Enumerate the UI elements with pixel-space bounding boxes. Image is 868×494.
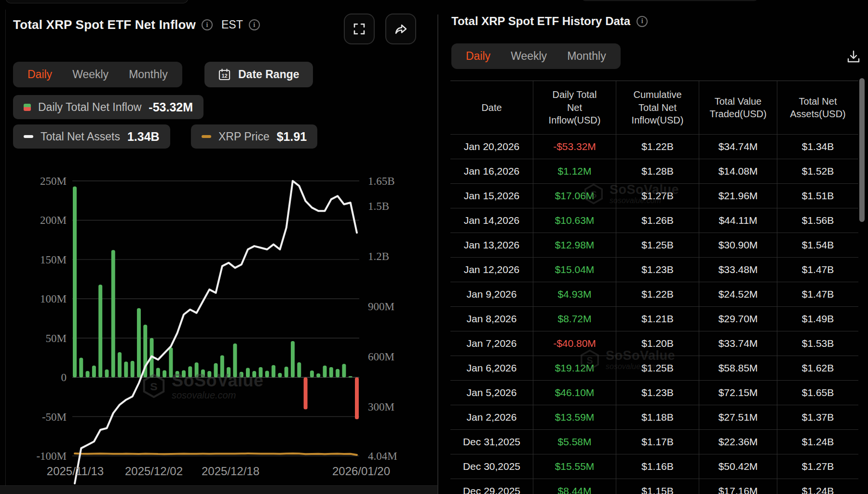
table-scrollbar-thumb[interactable]: [859, 78, 865, 222]
value-traded-cell: $17.16M: [699, 479, 777, 494]
daily-inflow-cell: $19.12M: [533, 356, 616, 380]
net-assets-cell: $1.51B: [777, 184, 858, 208]
cumulative-inflow-cell: $1.18B: [616, 405, 699, 429]
y-axis-left-tick: -100M: [36, 450, 67, 462]
value-traded-cell: $50.42M: [699, 454, 777, 479]
date-cell: Jan 16,2026: [450, 159, 533, 183]
value-traded-cell: $27.51M: [699, 405, 777, 429]
date-cell: Jan 13,2026: [450, 233, 533, 257]
inflow-bar: [137, 308, 141, 377]
date-cell: Jan 5,2026: [450, 381, 533, 405]
date-cell: Jan 12,2026: [450, 258, 533, 282]
fullscreen-button[interactable]: [344, 14, 375, 44]
inflow-bar: [323, 366, 327, 377]
y-axis-right-tick: 4.04M: [368, 450, 397, 462]
info-icon[interactable]: i: [202, 19, 213, 30]
table-header-row: DateDaily Total Net Inflow(USD)Cumulativ…: [450, 81, 858, 134]
cumulative-inflow-cell: $1.21B: [616, 307, 699, 331]
table-row: Jan 20,2026-$53.32M$1.22B$34.74M$1.34B: [450, 134, 858, 159]
daily-inflow-cell: $4.93M: [533, 282, 616, 306]
value-traded-cell: $33.48M: [699, 258, 777, 282]
tab-monthly[interactable]: Monthly: [567, 50, 606, 63]
info-icon[interactable]: i: [249, 19, 260, 30]
x-axis-tick: 2025/12/18: [202, 465, 259, 478]
inflow-bar: [265, 370, 269, 377]
history-panel-header: Total XRP Spot ETF History Data i: [451, 14, 648, 28]
history-data-panel: Total XRP Spot ETF History Data i Daily …: [438, 0, 868, 494]
table-row: Jan 9,2026$4.93M$1.22B$24.52M$1.47B: [450, 282, 858, 306]
legend-daily-net-inflow[interactable]: Daily Total Net Inflow -53.32M: [13, 95, 203, 119]
cumulative-inflow-cell: $1.22B: [616, 135, 699, 159]
info-icon[interactable]: i: [637, 16, 648, 27]
net-assets-cell: $1.53B: [777, 331, 858, 356]
cumulative-inflow-cell: $1.16B: [616, 454, 699, 479]
inflow-bar: [163, 370, 166, 377]
cumulative-inflow-cell: $1.25B: [616, 356, 699, 380]
table-row: Jan 15,2026$17.06M$1.27B$21.96M$1.51B: [450, 183, 858, 208]
legend-label: XRP Price: [218, 130, 270, 143]
y-axis-right-tick: 1.65B: [368, 175, 395, 187]
share-button[interactable]: [385, 14, 416, 44]
inflow-bar: [297, 362, 301, 377]
net-assets-cell: $1.54B: [777, 233, 858, 257]
tab-weekly[interactable]: Weekly: [511, 50, 547, 63]
inflow-chart[interactable]: 250M200M150M100M50M0-50M-100M1.65B1.5B1.…: [0, 159, 424, 494]
net-assets-cell: $1.24B: [777, 479, 858, 494]
column-header: Total Value Traded(USD): [699, 81, 777, 134]
column-header: Daily Total Net Inflow(USD): [533, 81, 616, 134]
calendar-icon: 12: [218, 68, 231, 81]
tab-daily[interactable]: Daily: [27, 68, 52, 81]
legend-total-net-assets[interactable]: Total Net Assets 1.34B: [13, 124, 170, 149]
daily-inflow-cell: $8.44M: [533, 479, 616, 494]
value-traded-cell: $44.11M: [699, 208, 777, 233]
inflow-bar: [214, 363, 218, 377]
inflow-bar: [252, 371, 256, 377]
tab-daily[interactable]: Daily: [466, 50, 490, 63]
app-root: Total XRP Spot ETF Net Inflow i EST i Da…: [0, 0, 868, 494]
value-traded-cell: $72.15M: [699, 381, 777, 405]
table-row: Jan 6,2026$19.12M$1.25B$58.85M$1.62B: [450, 356, 858, 380]
daily-inflow-cell: $5.58M: [533, 430, 616, 454]
cumulative-inflow-cell: $1.15B: [616, 479, 699, 494]
y-axis-left-tick: 250M: [40, 175, 67, 187]
xrp-price-line: [75, 453, 357, 455]
inflow-bar: [105, 370, 108, 377]
clipped-next-section: [0, 485, 438, 494]
net-assets-cell: $1.27B: [777, 454, 858, 479]
value-traded-cell: $14.08M: [699, 159, 777, 183]
daily-inflow-cell: $10.63M: [533, 208, 616, 233]
date-range-button[interactable]: 12 Date Range: [204, 62, 313, 87]
value-traded-cell: $21.96M: [699, 184, 777, 208]
table-row: Dec 31,2025$5.58M$1.17B$22.36M$1.24B: [450, 429, 858, 454]
cumulative-inflow-cell: $1.26B: [616, 208, 699, 233]
inflow-bar: [92, 366, 96, 377]
inflow-bar: [271, 365, 275, 377]
table-row: Jan 2,2026$13.59M$1.18B$27.51M$1.37B: [450, 405, 858, 429]
cumulative-inflow-cell: $1.25B: [616, 233, 699, 257]
value-traded-cell: $34.74M: [699, 135, 777, 159]
date-cell: Jan 9,2026: [450, 282, 533, 306]
x-axis-tick: 2025/12/02: [125, 465, 183, 478]
inflow-bar: [304, 377, 308, 409]
inflow-bar: [278, 373, 282, 377]
legend-value: -53.32M: [149, 100, 193, 114]
cumulative-inflow-cell: $1.27B: [616, 184, 699, 208]
y-axis-right-tick: 600M: [368, 351, 394, 363]
date-cell: Dec 30,2025: [450, 454, 533, 479]
tab-weekly[interactable]: Weekly: [72, 68, 108, 81]
inflow-bar: [227, 367, 231, 377]
daily-inflow-cell: -$40.80M: [533, 331, 616, 356]
legend-xrp-price[interactable]: XRP Price $1.91: [191, 124, 317, 149]
net-assets-line: [75, 181, 357, 483]
daily-inflow-cell: $1.12M: [533, 159, 616, 183]
x-axis-tick: 2025/11/13: [47, 465, 104, 478]
y-axis-left-tick: 50M: [46, 332, 67, 344]
inflow-bar: [118, 352, 122, 377]
table-row: Jan 14,2026$10.63M$1.26B$44.11M$1.56B: [450, 208, 858, 233]
tab-monthly[interactable]: Monthly: [129, 68, 168, 81]
daily-inflow-cell: $15.04M: [533, 258, 616, 282]
download-button[interactable]: [842, 45, 865, 69]
y-axis-left-tick: 100M: [40, 293, 67, 305]
inflow-bar: [156, 368, 160, 378]
table-row: Jan 8,2026$8.72M$1.21B$29.70M$1.49B: [450, 306, 858, 331]
